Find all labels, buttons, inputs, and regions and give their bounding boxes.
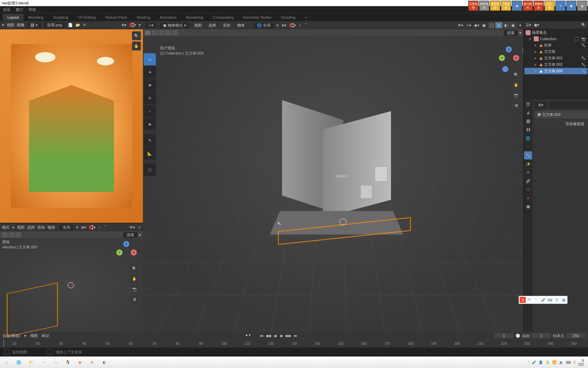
timeline-ruler[interactable]: 1020304050607080901001101201301401501601… (0, 339, 588, 348)
curve-icon[interactable]: ⌒ (103, 225, 107, 230)
mode-selector[interactable]: 模式 (2, 225, 10, 230)
sidebar-toggle[interactable]: ‹ (522, 48, 523, 53)
start-button[interactable]: ▤ (1, 358, 12, 367)
modifier-icon[interactable]: 🔧 (581, 56, 585, 60)
add-cube-tool[interactable]: ▢ (144, 164, 156, 176)
overlay-icon[interactable]: ◉▾ (474, 23, 479, 28)
snap-icon[interactable]: 🧲▾ (289, 23, 296, 28)
tab-constraints[interactable]: 🔗 (524, 177, 532, 185)
play-icon[interactable]: ▶ (279, 333, 285, 338)
proportional-icon[interactable]: ○ (299, 23, 301, 27)
ime-punct-icon[interactable]: °, (533, 297, 539, 303)
gizmo-y-axis[interactable]: Y (116, 249, 122, 256)
outliner-object-cube[interactable]: ▸ 立方体 (524, 48, 587, 55)
visibility-icon[interactable]: 👁▾ (458, 23, 463, 28)
tab-viewlayer[interactable]: 🖼 (524, 117, 532, 125)
select-mode-1[interactable] (2, 232, 7, 237)
props-breadcrumb[interactable]: ▣ 立方体.003 (535, 111, 588, 119)
pivot-icon[interactable]: ⊕▾ (81, 225, 86, 230)
ime-lang[interactable]: 中 (526, 297, 533, 303)
editor-type-icon[interactable]: ⊹▾ (145, 23, 157, 28)
menu-select[interactable]: 选择 (27, 225, 35, 230)
autokey-icon[interactable]: ● ▾ (245, 333, 251, 338)
orientation-global[interactable]: 全局 (59, 225, 74, 230)
menu-object[interactable]: 物体 (235, 22, 247, 29)
display-mode-icon[interactable]: ▣▾ (534, 23, 539, 27)
gizmo-z-axis[interactable]: Z (506, 46, 512, 52)
timeline-marker[interactable]: 标记 (42, 333, 49, 338)
end-frame-field[interactable]: 250 (566, 333, 585, 338)
menu-add[interactable]: 添加 (221, 22, 232, 29)
select-box-tool[interactable]: ▭ (144, 53, 156, 65)
secondary-viewport-canvas[interactable]: 透视 ollection | 立方体.003 Z Y X 🔍 ✋ 📷 ⊞ (0, 238, 143, 332)
start-frame-field[interactable]: 1 (532, 333, 551, 338)
select-mode-5[interactable] (172, 30, 178, 35)
img-menu-image[interactable]: 图像 (17, 22, 24, 28)
unlink-icon[interactable]: ✕ (83, 23, 86, 27)
explorer-icon[interactable]: 📁 (26, 358, 36, 367)
tray-chevron-icon[interactable]: ˄ (527, 361, 529, 364)
image-editor-viewport[interactable]: 🔍 ✋ (0, 29, 143, 223)
snap-icon[interactable]: 🧲▾ (89, 225, 96, 230)
open-icon[interactable]: 📂 (76, 23, 80, 27)
xray-icon[interactable]: ▣ (482, 23, 486, 28)
modifier-icon[interactable]: 🔧 (581, 43, 585, 47)
workspace-add[interactable]: + (300, 14, 312, 21)
options-dropdown[interactable]: 选项 (123, 232, 137, 238)
curve-icon[interactable]: ⌒ (304, 23, 308, 28)
tray-battery-icon[interactable]: 🔋 (545, 361, 550, 364)
image-filename[interactable]: 卧室.png (44, 22, 65, 28)
editor-type-icon[interactable]: ▾ (2, 23, 4, 27)
tray-clock[interactable]: 9 202 (578, 359, 584, 366)
persp-toggle-icon[interactable]: ⊞ (512, 101, 521, 110)
select-mode-4[interactable] (165, 30, 171, 35)
tab-output[interactable]: 🖨 (524, 109, 532, 117)
menu-view[interactable]: 视图 (17, 225, 24, 230)
outliner-scene-collection[interactable]: 场景集合 (524, 29, 587, 36)
pan-icon[interactable]: ✋ (130, 274, 139, 283)
orientation-global[interactable]: 🌐 全局 (254, 22, 274, 28)
annotate-tool[interactable]: ✎ (144, 134, 156, 147)
jump-end-icon[interactable]: ⏭ (292, 333, 298, 338)
mode-selector[interactable]: ▣ 物体模式▾ (160, 22, 190, 28)
sync-icon[interactable]: 🕐 (516, 334, 520, 338)
gizmo-y-axis[interactable]: Y (499, 55, 505, 61)
outliner-type-icon[interactable]: ☰▾ (526, 23, 531, 27)
add-modifier-button[interactable]: 添加修改器 (535, 120, 588, 128)
tab-material[interactable]: ● (524, 194, 532, 202)
transform-tool[interactable]: ◈ (144, 118, 156, 130)
select-mode-3[interactable] (16, 232, 21, 237)
outliner-object-cylinder[interactable]: ▸ 柱体 🔧 (524, 42, 587, 48)
workspace-tab-compositing[interactable]: Compositing (208, 14, 238, 21)
camera-icon[interactable]: 📷 (512, 91, 521, 99)
render-icon[interactable]: 📷 (581, 37, 586, 41)
outliner-object-cube002[interactable]: ▸ 立方体.002 🔧 (524, 61, 587, 68)
workspace-tab-scripting[interactable]: Scripting (276, 14, 300, 21)
tab-modifier[interactable]: 🔧 (524, 151, 532, 159)
rendered-icon[interactable]: ◉ (510, 22, 517, 28)
tray-sogou-icon[interactable]: S (573, 361, 576, 364)
tab-scene[interactable]: 🎞 (524, 126, 532, 134)
play-reverse-icon[interactable]: ◀ (272, 333, 278, 338)
tray-people-icon[interactable]: 👤 (539, 361, 543, 364)
gizmo-icon[interactable]: ⊹ (138, 225, 141, 230)
pan-icon[interactable]: ✋ (132, 42, 141, 50)
modifier-icon[interactable]: 🔧 (581, 63, 585, 66)
workspace-tab-geonodes[interactable]: Geometry Nodes (238, 14, 276, 21)
workspace-tab-texpaint[interactable]: Texture Paint (100, 14, 132, 21)
store-icon[interactable]: 🛍 (50, 358, 61, 367)
search-icon[interactable]: 🔍 (581, 23, 586, 27)
move-tool[interactable]: ✥ (144, 79, 156, 91)
wireframe-icon[interactable]: ◯ (488, 22, 495, 28)
ime-voice-icon[interactable]: 🎤 (540, 297, 546, 303)
collection-checkbox[interactable] (574, 37, 578, 41)
nav-gizmo[interactable]: Z Y X (116, 241, 137, 261)
keyframe-prev-icon[interactable]: ◀◀ (265, 333, 271, 338)
keyframe-next-icon[interactable]: ▶▶ (285, 333, 292, 338)
timeline-view[interactable]: 视图 (30, 333, 38, 338)
workspace-tab-rendering[interactable]: Rendering (181, 14, 208, 21)
mail-icon[interactable]: ✉ (38, 358, 48, 367)
menu-view[interactable]: 视图 (192, 22, 204, 29)
powerpoint-icon[interactable]: P (87, 358, 97, 367)
jump-start-icon[interactable]: ⏮ (258, 333, 264, 338)
